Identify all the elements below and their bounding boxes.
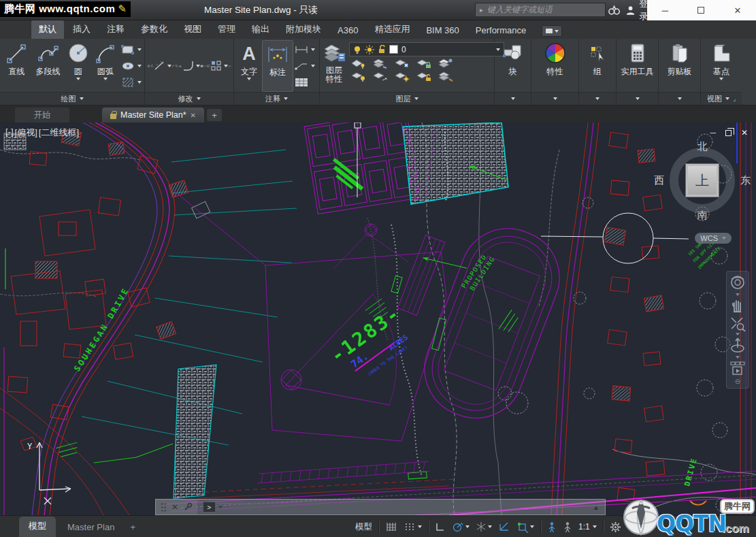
viewcube-west[interactable]: 西 xyxy=(654,174,664,187)
polar-tracking-button[interactable] xyxy=(452,521,470,532)
viewport-minus-control[interactable]: [-] xyxy=(5,127,14,139)
layer-match-icon[interactable] xyxy=(438,58,454,69)
tab-a360[interactable]: A360 xyxy=(330,22,365,39)
hatch-tool[interactable] xyxy=(120,76,142,90)
block-button[interactable]: 块 xyxy=(497,40,529,92)
navbar-minus-icon[interactable]: ⊖ xyxy=(735,378,740,385)
command-caret-icon[interactable] xyxy=(218,506,223,508)
array-tool[interactable] xyxy=(210,60,228,72)
polyline-button[interactable]: 多段线 xyxy=(31,40,65,92)
new-layout-button[interactable]: + xyxy=(126,519,139,537)
command-input[interactable]: 键入命令 xyxy=(229,501,593,513)
drawing-area[interactable]: SOUHEGAN DRIVE xyxy=(0,123,756,515)
new-drawing-tab-button[interactable]: + xyxy=(207,109,222,121)
tab-output[interactable]: 输出 xyxy=(244,20,277,39)
linear-dim-tool[interactable] xyxy=(294,43,315,57)
panel-properties-title[interactable] xyxy=(531,92,578,105)
command-prompt-icon[interactable]: > xyxy=(203,502,216,512)
panel-view-title[interactable]: 视图⌟ xyxy=(701,92,742,105)
drawing-restore-button[interactable] xyxy=(725,130,732,136)
pan-hand-icon[interactable] xyxy=(729,297,746,314)
search-play-icon[interactable]: ▸ xyxy=(480,6,483,14)
layer-sun-tool-icon[interactable] xyxy=(394,71,410,82)
annotation-autoscale-icon[interactable] xyxy=(563,521,572,533)
annotation-visibility-icon[interactable] xyxy=(547,521,557,533)
leader-tool[interactable] xyxy=(294,59,315,74)
rectangle-tool[interactable] xyxy=(120,43,142,57)
tab-featured-apps[interactable]: 精选应用 xyxy=(367,20,417,39)
ortho-mode-icon[interactable] xyxy=(435,521,446,532)
layer-lock-icon[interactable] xyxy=(416,58,432,69)
arc-caret-icon[interactable] xyxy=(103,78,108,80)
steering-wheel-icon[interactable] xyxy=(729,274,746,292)
maximize-button[interactable] xyxy=(697,7,704,14)
orbit-icon[interactable] xyxy=(729,337,746,355)
basepoint-button[interactable]: 基点 xyxy=(703,40,740,92)
zoom-extents-icon[interactable] xyxy=(729,315,746,331)
panel-draw-title[interactable]: 绘图 xyxy=(0,92,144,105)
arc-button[interactable]: 圆弧 xyxy=(91,40,120,92)
layer-freeze-icon[interactable] xyxy=(372,58,389,69)
tab-addins[interactable]: 附加模块 xyxy=(278,20,329,39)
layer-thaw-icon[interactable] xyxy=(372,71,389,82)
layer-on-icon[interactable] xyxy=(350,71,367,82)
tab-view[interactable]: 视图 xyxy=(176,20,209,39)
layer-properties-button[interactable]: 图层特性 xyxy=(322,40,346,92)
tab-home[interactable]: 默认 xyxy=(31,20,64,39)
viewcube-north[interactable]: 北 xyxy=(697,140,708,153)
tab-performance[interactable]: Performance xyxy=(468,22,533,39)
dimension-button[interactable]: 标注 xyxy=(262,40,293,92)
circle-button[interactable]: 圆 xyxy=(65,40,91,92)
panel-clipboard-title[interactable] xyxy=(659,92,700,105)
help-search-field[interactable]: ▸ 键入关键字或短语 xyxy=(475,3,606,17)
file-tab-current[interactable]: Master Site Plan* ✕ xyxy=(102,108,204,123)
panel-block-title[interactable] xyxy=(495,92,531,105)
drawing-close-button[interactable]: ✕ xyxy=(741,128,748,137)
panel-utilities-title[interactable] xyxy=(617,92,658,105)
zoom-caret-icon[interactable] xyxy=(736,333,740,336)
model-space-button[interactable]: 模型 xyxy=(355,521,372,533)
viewcube-east[interactable]: 东 xyxy=(740,174,751,187)
panel-layer-title[interactable]: 图层 xyxy=(320,92,494,105)
orbit-caret-icon[interactable] xyxy=(736,356,740,359)
circle-caret-icon[interactable] xyxy=(76,78,80,80)
text-caret-icon[interactable] xyxy=(247,78,251,80)
command-line-handle[interactable]: ✕ xyxy=(156,500,197,515)
tab-manage[interactable]: 管理 xyxy=(210,20,243,39)
viewport-visualstyle-control[interactable]: [二维线框] xyxy=(39,127,79,139)
properties-button[interactable]: 特性 xyxy=(536,40,574,92)
utilities-button[interactable]: 实用工具 xyxy=(619,40,656,92)
fillet-tool[interactable] xyxy=(182,60,200,72)
tab-insert[interactable]: 插入 xyxy=(65,20,98,39)
tab-parametric[interactable]: 参数化 xyxy=(133,20,175,39)
group-button[interactable]: 组 xyxy=(582,40,614,92)
ellipse-tool[interactable] xyxy=(120,59,142,74)
object-snap-tracking-icon[interactable] xyxy=(498,521,510,532)
showmotion-icon[interactable] xyxy=(729,360,746,376)
panel-annotate-title[interactable]: 注释 xyxy=(234,92,319,105)
grip-icon[interactable] xyxy=(161,502,167,512)
layer-walk-icon[interactable] xyxy=(438,71,454,82)
command-close-icon[interactable]: ✕ xyxy=(171,502,178,512)
command-line[interactable]: ✕ > 键入命令 ▲ xyxy=(155,499,606,515)
viewport-view-control[interactable]: [俯视] xyxy=(15,127,37,139)
close-button[interactable]: ✕ xyxy=(734,5,741,16)
basepoint-caret-icon[interactable] xyxy=(719,78,723,80)
file-tab-start[interactable]: 开始 xyxy=(15,108,69,123)
clipboard-button[interactable]: 剪贴板 xyxy=(661,40,698,92)
object-snap-button[interactable] xyxy=(516,521,534,533)
layout-tab-master-plan[interactable]: Master Plan xyxy=(58,519,124,537)
wrench-icon[interactable] xyxy=(183,502,193,512)
grid-display-icon[interactable] xyxy=(385,521,398,532)
line-button[interactable]: 直线 xyxy=(2,40,31,92)
minimize-button[interactable]: ─ xyxy=(662,5,668,16)
iso-drafting-button[interactable] xyxy=(476,521,492,532)
layer-unlock-tool-icon[interactable] xyxy=(416,71,432,82)
trim-tool[interactable] xyxy=(154,60,171,72)
viewcube-top-face[interactable]: 上 xyxy=(685,163,719,197)
layer-off-icon[interactable] xyxy=(394,58,410,69)
search-binoculars-icon[interactable] xyxy=(608,5,621,16)
ribbon-display-toggle[interactable] xyxy=(542,25,562,37)
command-history-icon[interactable]: ▲ xyxy=(593,504,605,511)
panel-group-title[interactable] xyxy=(579,92,616,105)
